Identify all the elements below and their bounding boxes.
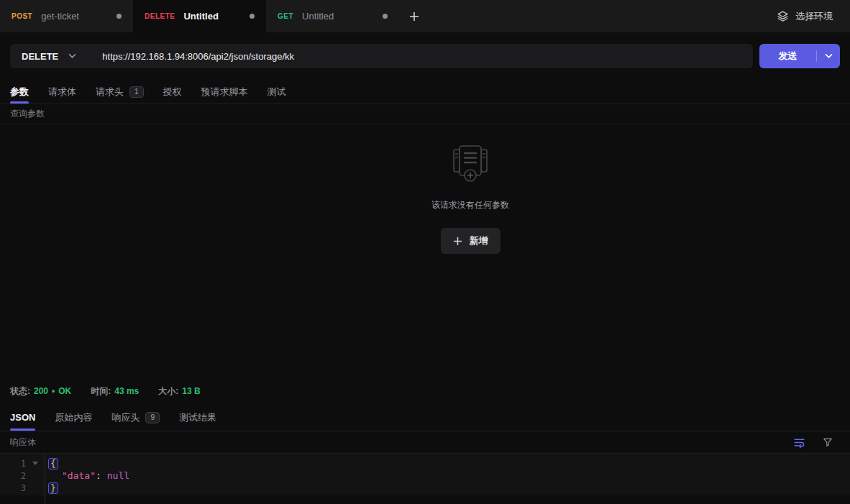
tab-label: 参数 — [10, 86, 29, 98]
tab-label: 响应头 — [111, 411, 140, 424]
tab-label: JSON — [10, 412, 35, 423]
status-code: 200 — [34, 386, 48, 396]
json-colon-token: : — [96, 470, 101, 481]
filter-icon — [822, 436, 833, 448]
environment-selector-label: 选择环境 — [795, 10, 833, 23]
method-badge-post: POST — [12, 12, 32, 20]
tabbar-spacer — [429, 0, 759, 32]
tab-tests[interactable]: 测试 — [268, 80, 286, 104]
line-number: 3 — [0, 483, 26, 493]
close-brace-token: } — [48, 482, 58, 494]
response-headers-count-badge: 9 — [145, 412, 160, 423]
send-button-label: 发送 — [759, 50, 816, 63]
editor-lines: 1 { 2 "data" : null 3 } — [0, 454, 850, 494]
headers-count-badge: 1 — [129, 86, 144, 98]
tab-label: 测试 — [268, 86, 286, 98]
json-key-token: "data" — [62, 470, 96, 481]
chevron-down-icon — [825, 53, 833, 59]
code-line: 3 } — [0, 482, 850, 494]
send-options-chevron[interactable] — [817, 53, 840, 59]
time-value: 43 ms — [114, 386, 139, 396]
tab-label: 原始内容 — [55, 411, 92, 424]
wrap-text-toggle[interactable] — [791, 434, 807, 450]
empty-params-illustration-icon — [452, 143, 489, 183]
chevron-down-icon — [68, 53, 76, 59]
plus-icon — [453, 237, 462, 246]
code-line: 1 { — [0, 457, 850, 469]
tab-request-headers[interactable]: 请求头1 — [96, 80, 144, 104]
tab-label: 授权 — [163, 86, 182, 98]
tab-pre-request-script[interactable]: 预请求脚本 — [201, 80, 248, 104]
code-line: 2 "data" : null — [0, 469, 850, 482]
tab-raw-content[interactable]: 原始内容 — [55, 404, 92, 431]
tab-label: 请求体 — [48, 86, 76, 98]
method-badge-get: GET — [278, 12, 293, 20]
tab-title: get-ticket — [41, 11, 79, 22]
new-tab-button[interactable] — [399, 0, 429, 32]
empty-state-message: 该请求没有任何参数 — [431, 199, 509, 211]
environment-selector[interactable]: 选择环境 — [759, 0, 850, 32]
params-panel: 该请求没有任何参数 新增 — [0, 124, 850, 378]
time-group: 时间: 43 ms — [91, 385, 139, 398]
tab-body[interactable]: 请求体 — [48, 80, 76, 104]
size-group: 大小: 13 B — [158, 385, 200, 398]
request-tab-1[interactable]: POST get-ticket — [0, 0, 133, 32]
status-label: 状态: — [10, 385, 30, 398]
unsaved-dot — [116, 14, 122, 19]
time-label: 时间: — [91, 385, 111, 398]
tab-auth[interactable]: 授权 — [163, 80, 182, 104]
query-params-label: 查询参数 — [10, 108, 45, 120]
url-input[interactable] — [89, 44, 753, 68]
method-selector-value: DELETE — [22, 51, 58, 62]
tab-label: 请求头 — [96, 86, 124, 98]
tab-label: 预请求脚本 — [201, 86, 248, 98]
query-params-header: 查询参数 — [0, 104, 850, 124]
tab-title: Untitled — [302, 11, 334, 22]
size-value: 13 B — [182, 386, 200, 396]
wrap-text-icon — [793, 436, 805, 449]
plus-icon — [409, 12, 419, 22]
tab-response-headers[interactable]: 响应头9 — [111, 404, 160, 431]
tab-bar: POST get-ticket DELETE Untitled GET Unti… — [0, 0, 850, 32]
json-null-token: null — [107, 470, 129, 481]
response-json-editor[interactable]: 1 { 2 "data" : null 3 } — [0, 454, 850, 504]
request-tab-2-active[interactable]: DELETE Untitled — [133, 0, 266, 32]
empty-state: 该请求没有任何参数 新增 — [431, 143, 509, 254]
add-param-button-label: 新增 — [470, 234, 488, 247]
tab-json[interactable]: JSON — [10, 404, 35, 431]
request-tabs: 参数 请求体 请求头1 授权 预请求脚本 测试 — [0, 80, 850, 104]
tab-title: Untitled — [183, 11, 218, 22]
response-tabs: JSON 原始内容 响应头9 测试结果 — [0, 404, 850, 431]
line-number: 2 — [0, 471, 26, 481]
method-badge-delete: DELETE — [145, 12, 175, 20]
method-selector[interactable]: DELETE — [10, 44, 89, 68]
tab-params[interactable]: 参数 — [10, 80, 29, 104]
response-body-tools — [791, 434, 840, 450]
fold-toggle-icon[interactable] — [32, 462, 38, 465]
app-window: POST get-ticket DELETE Untitled GET Unti… — [0, 0, 850, 504]
filter-button[interactable] — [820, 434, 836, 450]
status-text: OK — [58, 386, 71, 396]
response-status-bar: 状态: 200 • OK 时间: 43 ms 大小: 13 B — [0, 378, 850, 404]
status-separator: • — [52, 386, 55, 396]
editor-bottom-fill — [0, 495, 850, 504]
open-brace-token: { — [48, 458, 58, 469]
line-number: 1 — [0, 459, 26, 469]
unsaved-dot — [250, 14, 255, 19]
request-tab-3[interactable]: GET Untitled — [266, 0, 399, 32]
unsaved-dot — [383, 14, 388, 19]
url-row: DELETE 发送 — [0, 32, 850, 80]
tab-label: 测试结果 — [179, 411, 216, 424]
status-group: 状态: 200 • OK — [10, 385, 71, 398]
response-body-header: 响应体 — [0, 431, 850, 454]
url-bar: DELETE — [10, 44, 753, 68]
add-param-button[interactable]: 新增 — [441, 228, 501, 254]
tab-test-results[interactable]: 测试结果 — [179, 404, 216, 431]
layers-icon — [777, 10, 789, 22]
size-label: 大小: — [158, 385, 178, 398]
send-button[interactable]: 发送 — [759, 44, 840, 68]
response-body-label: 响应体 — [10, 436, 36, 449]
